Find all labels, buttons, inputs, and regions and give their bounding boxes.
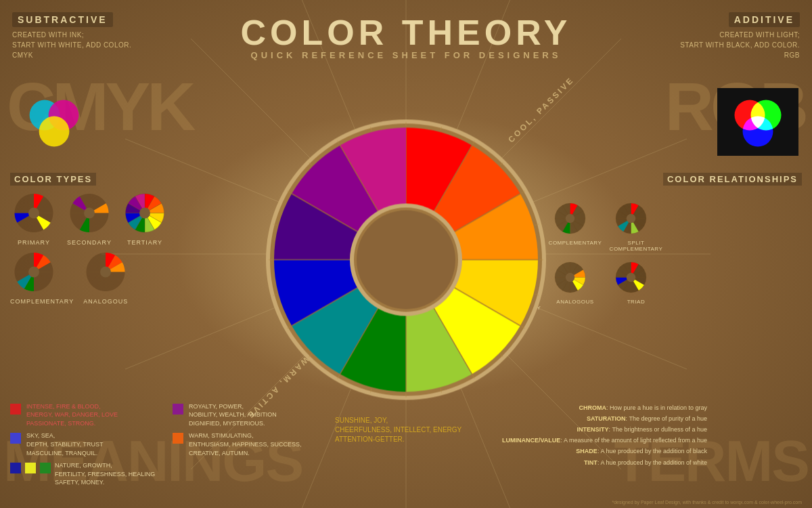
- green-meaning-text: NATURE, GROWTH,FERTILITY, FRESHNESS, HEA…: [55, 461, 155, 487]
- analogous-rel-item: ANALOGOUS: [548, 259, 602, 311]
- blue-swatch: [10, 433, 21, 444]
- color-types-row2: COMPLEMENTARY ANALOGOUS: [10, 251, 168, 305]
- luminance-key: LUMINANCE/VALUE: [502, 437, 560, 444]
- complementary-label: COMPLEMENTARY: [10, 298, 74, 305]
- tint-value: : A hue produced by the addition of whit…: [597, 459, 707, 466]
- tint-key: TINT: [584, 459, 597, 466]
- color-types-row1: PRIMARY SECONDARY TERTIARY: [10, 192, 168, 246]
- additive-description: CREATED WITH LIGHT;START WITH BLACK, ADD…: [680, 30, 800, 60]
- intensity-term: INTENSITY: The brightness or dullness of…: [477, 424, 707, 435]
- chroma-value: : How pure a hue is in relation to gray: [606, 404, 707, 411]
- yellow-swatch: [25, 463, 36, 473]
- footer-credit: *designed by Paper Leaf Design, with tha…: [612, 500, 802, 505]
- additive-section: ADDITIVE CREATED WITH LIGHT;START WITH B…: [680, 12, 800, 60]
- color-types-label: COLOR TYPES: [10, 173, 96, 186]
- blue-meaning-text: SKY, SEA,DEPTH, STABILITY, TRUSTMASCULIN…: [26, 431, 104, 457]
- intensity-value: : The brightness or dullness of a hue: [609, 426, 707, 433]
- triad-item: TRIAD: [609, 259, 663, 311]
- triad-label: TRIAD: [609, 299, 663, 305]
- tertiary-label: TERTIARY: [121, 239, 168, 246]
- red-meaning: INTENSE, FIRE & BLOOD,ENERGY, WAR, DANGE…: [10, 402, 159, 428]
- red-swatch: [10, 404, 21, 415]
- additive-label: ADDITIVE: [729, 12, 800, 27]
- meanings-right: ROYALTY, POWER,NOBILITY, WEALTH, AMBITIO…: [173, 402, 321, 491]
- split-complementary-item: SPLITCOMPLEMENTARY: [609, 200, 663, 252]
- purple-meaning-text: ROYALTY, POWER,NOBILITY, WEALTH, AMBITIO…: [189, 402, 277, 428]
- secondary-item: SECONDARY: [66, 192, 113, 246]
- tint-term: TINT: A hue produced by the addition of …: [477, 457, 707, 468]
- analogous-label: ANALOGOUS: [82, 298, 129, 305]
- purple-meaning: ROYALTY, POWER,NOBILITY, WEALTH, AMBITIO…: [173, 402, 321, 428]
- luminance-term: LUMINANCE/VALUE: A measure of the amount…: [477, 435, 707, 446]
- red-meaning-text: INTENSE, FIRE & BLOOD,ENERGY, WAR, DANGE…: [26, 402, 118, 428]
- subtractive-section: SUBTRACTIVE CREATED WITH INK;START WITH …: [12, 12, 131, 60]
- orange-swatch: [173, 433, 183, 444]
- darkblue-swatch: [10, 463, 21, 473]
- green-swatch: [40, 463, 51, 473]
- meanings-left: INTENSE, FIRE & BLOOD,ENERGY, WAR, DANGE…: [10, 402, 159, 491]
- cmyk-circles: [14, 88, 95, 156]
- complementary-rel-item: COMPLEMENTARY: [548, 200, 602, 252]
- complementary-item: COMPLEMENTARY: [10, 251, 74, 305]
- saturation-value: : The degree of purity of a hue: [626, 415, 707, 422]
- shade-key: SHADE: [576, 448, 597, 454]
- terms-list: CHROMA: How pure a hue is in relation to…: [477, 402, 707, 468]
- primary-label: PRIMARY: [10, 239, 58, 246]
- chroma-key: CHROMA: [579, 404, 606, 411]
- secondary-label: SECONDARY: [66, 239, 113, 246]
- primary-item: PRIMARY: [10, 192, 58, 246]
- analogous-item: ANALOGOUS: [82, 251, 129, 305]
- color-relationships-label: COLOR RELATIONSHIPS: [663, 173, 802, 186]
- chroma-term: CHROMA: How pure a hue is in relation to…: [477, 402, 707, 413]
- rgb-circles: [717, 88, 798, 156]
- saturation-key: SATURATION: [587, 415, 626, 422]
- subtractive-label: SUBTRACTIVE: [12, 12, 113, 27]
- analogous-rel-label: ANALOGOUS: [548, 299, 602, 305]
- color-types-section: COLOR TYPES PRIMARY SECONDARY TERTIARY C…: [10, 173, 168, 305]
- yellow-meaning-text: SUNSHINE, JOY,CHEERFULNESS, INTELLECT, E…: [335, 416, 464, 444]
- subtractive-description: CREATED WITH INK;START WITH WHITE, ADD C…: [12, 30, 131, 60]
- orange-meaning-text: WARM, STIMULATING,ENTHUSIASM, HAPPINESS,…: [189, 431, 302, 457]
- intensity-key: INTENSITY: [577, 426, 609, 433]
- yellow-section: SUNSHINE, JOY,CHEERFULNESS, INTELLECT, E…: [335, 416, 464, 491]
- split-complementary-label: SPLITCOMPLEMENTARY: [609, 240, 663, 252]
- purple-swatch: [173, 404, 183, 415]
- terms-section: CHROMA: How pure a hue is in relation to…: [477, 402, 707, 491]
- bottom-section: INTENSE, FIRE & BLOOD,ENERGY, WAR, DANGE…: [10, 402, 802, 491]
- complementary-rel-label: COMPLEMENTARY: [548, 240, 602, 246]
- saturation-term: SATURATION: The degree of purity of a hu…: [477, 413, 707, 424]
- orange-meaning: WARM, STIMULATING,ENTHUSIASM, HAPPINESS,…: [173, 431, 321, 457]
- shade-value: : A hue produced by the addition of blac…: [597, 448, 707, 454]
- dark-blue-green-row: NATURE, GROWTH,FERTILITY, FRESHNESS, HEA…: [10, 461, 159, 487]
- shade-term: SHADE: A hue produced by the addition of…: [477, 446, 707, 457]
- luminance-value: : A measure of the amount of light refle…: [560, 437, 707, 444]
- blue-meaning: SKY, SEA,DEPTH, STABILITY, TRUSTMASCULIN…: [10, 431, 159, 457]
- tertiary-item: TERTIARY: [121, 192, 168, 246]
